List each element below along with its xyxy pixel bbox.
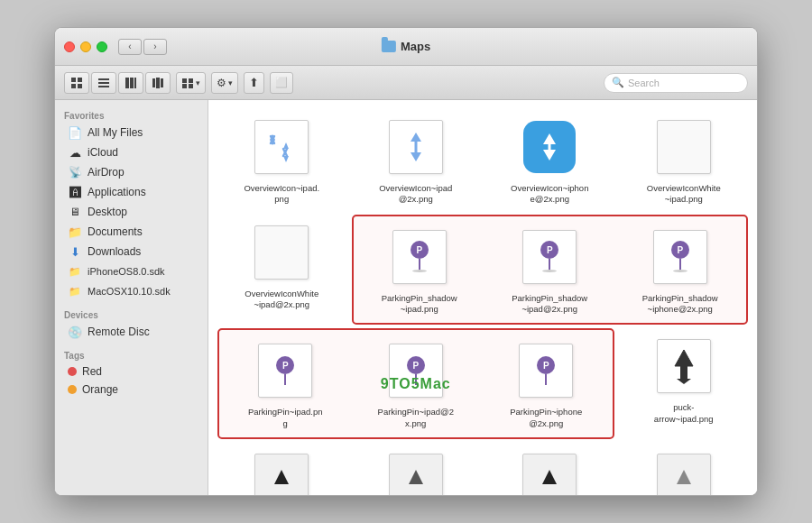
sidebar-label-desktop: Desktop [88, 206, 127, 218]
forward-button[interactable]: › [143, 39, 167, 55]
arrange-btn[interactable]: ▾ [176, 72, 206, 94]
tag-btn[interactable]: ⬜ [270, 72, 293, 94]
finder-window: ‹ › Maps [54, 27, 758, 496]
back-button[interactable]: ‹ [118, 39, 142, 55]
svg-marker-32 [675, 350, 693, 366]
grid-row-3: 9TO5Mac P ParkingPin~ipad.png [217, 328, 748, 439]
sidebar-item-icloud[interactable]: ☁ iCloud [59, 142, 204, 162]
file-thumb: P [387, 225, 452, 289]
sidebar-item-remote-disc[interactable]: 💿 Remote Disc [59, 322, 204, 342]
parking-ipad2x: P [389, 344, 443, 398]
file-item[interactable]: OverviewIcon~ipad@2x.png [352, 109, 481, 211]
svg-rect-8 [130, 78, 134, 88]
sidebar-item-documents[interactable]: 📁 Documents [59, 222, 204, 242]
sidebar-label-airdrop: AirDrop [88, 166, 125, 179]
file-item[interactable] [352, 443, 481, 495]
grid-rows: OverviewIcon~ipad.png [217, 109, 748, 495]
file-item[interactable]: P ParkingPin~ipad.png [222, 333, 349, 435]
svg-marker-24 [283, 142, 289, 149]
parking-shadow-iphone2x: P [653, 230, 707, 284]
devices-header: Devices [55, 307, 208, 322]
svg-marker-25 [283, 156, 289, 162]
svg-rect-15 [182, 84, 187, 88]
sidebar-item-airdrop[interactable]: 📡 AirDrop [59, 162, 204, 182]
minimize-button[interactable] [80, 41, 91, 52]
svg-rect-3 [78, 84, 82, 88]
arrow-thumb-2 [389, 454, 443, 495]
sidebar-item-iphoneos[interactable]: 📁 iPhoneOS8.0.sdk [59, 262, 204, 281]
maximize-button[interactable] [97, 41, 107, 52]
svg-rect-14 [189, 78, 193, 83]
sidebar-item-macosx[interactable]: 📁 MacOSX10.10.sdk [59, 281, 204, 301]
svg-rect-16 [189, 84, 193, 88]
svg-rect-4 [98, 78, 109, 80]
grid-row-1: OverviewIcon~ipad.png [217, 109, 748, 211]
file-item[interactable]: P ParkingPin_shadow~ipad.png [356, 219, 484, 321]
sidebar-label-macosx: MacOSX10.10.sdk [88, 286, 171, 297]
svg-rect-0 [71, 78, 76, 82]
icon-view-btn[interactable] [64, 72, 89, 94]
file-item[interactable]: P ParkingPin~iphone@2x.png [483, 333, 610, 435]
sidebar-label-downloads: Downloads [88, 245, 141, 258]
file-thumb: P [513, 338, 578, 403]
parking-pin-icon: P [411, 241, 429, 272]
svg-rect-33 [680, 366, 687, 379]
file-item[interactable]: P ParkingPin_shadow~iphone@2x.png [617, 219, 744, 321]
parking-ipad: P [258, 344, 312, 398]
close-button[interactable] [64, 41, 75, 52]
overview-ipad-thumb [254, 120, 309, 174]
search-placeholder: Search [628, 78, 660, 88]
selection-box-row2: P ParkingPin_shadow~ipad.png [352, 215, 749, 326]
file-name: ParkingPin~ipad@2x.png [378, 407, 454, 429]
file-thumb [249, 448, 314, 495]
coverflow-view-btn[interactable] [145, 72, 171, 94]
main-content: Favorites 📄 All My Files ☁ iCloud 📡 AirD… [55, 100, 757, 495]
folder-icon [382, 41, 396, 52]
svg-rect-13 [182, 78, 187, 83]
sidebar-item-tag-orange[interactable]: Orange [59, 381, 204, 399]
file-item[interactable] [217, 443, 346, 495]
file-item[interactable]: OverviewIcon~iphone@2x.png [485, 109, 614, 211]
selection-box-row3: 9TO5Mac P ParkingPin~ipad.png [217, 328, 614, 439]
sidebar-item-applications[interactable]: 🅰 Applications [59, 182, 204, 202]
sidebar-item-downloads[interactable]: ⬇ Downloads [59, 242, 204, 262]
svg-rect-6 [98, 86, 109, 87]
file-item[interactable]: OverviewIconWhite~ipad.png [620, 109, 749, 211]
sidebar-label-icloud: iCloud [88, 146, 118, 159]
parking-pin-icon: P [671, 241, 689, 272]
file-item[interactable] [620, 443, 749, 495]
file-thumb: P [253, 338, 318, 403]
svg-marker-36 [409, 470, 423, 484]
share-btn[interactable]: ⬆ [244, 72, 264, 94]
parking-iphone2x: P [519, 344, 573, 398]
svg-marker-26 [411, 133, 421, 142]
action-btn[interactable]: ⚙ ▾ [211, 72, 238, 94]
disc-icon: 💿 [68, 325, 82, 339]
file-item[interactable]: OverviewIcon~ipad.png [217, 109, 346, 211]
downloads-icon: ⬇ [68, 244, 82, 259]
svg-marker-27 [411, 152, 421, 161]
file-item[interactable] [485, 443, 614, 495]
file-item[interactable]: OverviewIconWhite~ipad@2x.png [217, 215, 346, 326]
file-thumb [651, 448, 716, 495]
file-item[interactable]: P ParkingPin~ipad@2x.png [353, 333, 480, 435]
list-view-btn[interactable] [91, 72, 116, 94]
documents-icon: 📁 [68, 225, 82, 239]
overview-white-ipad2x-thumb [254, 225, 309, 280]
overview-white-ipad-thumb [657, 120, 711, 174]
search-bar[interactable]: 🔍 Search [604, 73, 748, 93]
sidebar-label-iphoneos: iPhoneOS8.0.sdk [88, 266, 165, 277]
tag-red-dot [68, 367, 77, 376]
file-item[interactable]: P ParkingPin_shadow~ipad@2x.png [486, 219, 614, 321]
column-view-btn[interactable] [118, 72, 143, 94]
parking-pin-icon: P [407, 356, 425, 385]
toolbar: ▾ ⚙ ▾ ⬆ ⬜ 🔍 Search [55, 66, 757, 100]
svg-marker-35 [274, 470, 289, 484]
sidebar-item-all-my-files[interactable]: 📄 All My Files [59, 123, 204, 142]
file-name: ParkingPin~ipad.png [248, 407, 323, 429]
sidebar-item-desktop[interactable]: 🖥 Desktop [59, 202, 204, 222]
file-item[interactable]: puck-arrow~ipad.png [620, 328, 749, 439]
sidebar-item-tag-red[interactable]: Red [59, 362, 204, 381]
svg-marker-34 [677, 379, 691, 384]
sidebar-label-tag-red: Red [82, 365, 102, 378]
